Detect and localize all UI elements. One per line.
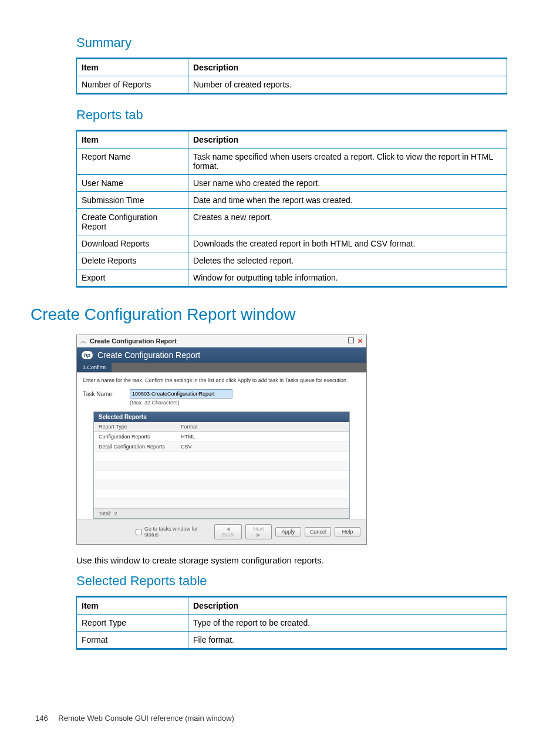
col-spacer — [217, 422, 349, 432]
page-footer: 146 Remote Web Console GUI reference (ma… — [35, 714, 234, 723]
window-header-title: Create Configuration Report — [97, 350, 200, 360]
table-row: Create Configuration ReportCreates a new… — [77, 209, 507, 235]
window-header: hp Create Configuration Report — [77, 347, 366, 363]
cancel-button[interactable]: Cancel — [305, 527, 331, 536]
col-format: Format — [176, 422, 217, 432]
table-row: ExportWindow for outputting table inform… — [77, 269, 507, 287]
list-item — [94, 471, 349, 480]
heading-create-window: Create Configuration Report window — [31, 305, 525, 324]
window-instruction: Enter a name for the task. Confirm the s… — [83, 377, 360, 383]
selected-reports-doc-table: Item Description Report TypeType of the … — [76, 596, 507, 650]
list-item — [94, 499, 349, 508]
th-desc: Description — [188, 59, 507, 76]
table-row: Report NameTask name specified when user… — [77, 148, 507, 175]
table-row: Report TypeType of the report to be crea… — [77, 615, 507, 632]
table-row: Number of Reports Number of created repo… — [77, 76, 507, 94]
table-row: User NameUser name who created the repor… — [77, 175, 507, 192]
table-row: Delete ReportsDeletes the selected repor… — [77, 252, 507, 269]
total-label: Total: — [99, 511, 112, 517]
go-to-tasks-checkbox[interactable]: Go to tasks window for status — [136, 526, 211, 538]
create-configuration-report-window: ︽ Create Configuration Report ✕ hp Creat… — [76, 335, 367, 545]
reports-tab-table: Item Description Report NameTask name sp… — [76, 130, 507, 288]
page-number: 146 — [35, 714, 48, 723]
window-action-bar: Go to tasks window for status ◀ Back Nex… — [77, 519, 366, 544]
task-name-input[interactable] — [130, 389, 232, 399]
col-report-type: Report Type — [94, 422, 176, 432]
step-confirm: 1.Confirm — [77, 363, 112, 372]
selected-reports-inner-table: Report Type Format Configuration Reports… — [94, 422, 349, 508]
table-row: Download ReportsDownloads the created re… — [77, 235, 507, 252]
summary-table: Item Description Number of Reports Numbe… — [76, 58, 507, 94]
table-row: FormatFile format. — [77, 632, 507, 649]
back-button[interactable]: ◀ Back — [214, 524, 242, 539]
window-description: Use this window to create storage system… — [76, 555, 507, 565]
list-item — [94, 490, 349, 499]
list-item — [94, 480, 349, 490]
th-item: Item — [77, 131, 188, 148]
table-row: Submission TimeDate and time when the re… — [77, 192, 507, 209]
task-name-label: Task Name: — [83, 391, 124, 397]
list-item — [94, 461, 349, 471]
selected-reports-footer: Total: 2 — [94, 508, 349, 518]
apply-button[interactable]: Apply — [275, 527, 301, 536]
selected-reports-panel: Selected Reports Report Type Format Conf… — [93, 411, 350, 519]
window-step-bar: 1.Confirm — [77, 363, 366, 372]
total-value: 2 — [114, 511, 117, 517]
footer-title: Remote Web Console GUI reference (main w… — [58, 714, 234, 723]
go-to-tasks-checkbox-input[interactable] — [136, 529, 142, 535]
help-button[interactable]: Help — [335, 527, 360, 536]
maximize-icon[interactable] — [348, 337, 354, 343]
th-item: Item — [77, 597, 188, 615]
go-to-tasks-label: Go to tasks window for status — [144, 526, 211, 538]
window-title: Create Configuration Report — [90, 337, 177, 345]
close-icon[interactable]: ✕ — [357, 337, 363, 345]
next-button[interactable]: Next ▶ — [245, 524, 272, 539]
th-desc: Description — [188, 597, 507, 615]
heading-summary: Summary — [76, 35, 507, 50]
collapse-icon[interactable]: ︽ — [80, 337, 86, 345]
heading-selected-reports-table: Selected Reports table — [76, 573, 507, 589]
list-item: Configuration ReportsHTML — [94, 432, 349, 442]
list-item — [94, 452, 349, 461]
th-item: Item — [77, 59, 188, 76]
selected-reports-header: Selected Reports — [94, 412, 349, 422]
hp-logo: hp — [82, 351, 93, 359]
window-titlebar: ︽ Create Configuration Report ✕ — [77, 335, 366, 347]
heading-reports-tab: Reports tab — [76, 107, 507, 123]
th-desc: Description — [188, 131, 507, 148]
list-item: Detail Configuration ReportsCSV — [94, 442, 349, 452]
task-name-hint: (Max. 32 Characters) — [130, 400, 360, 406]
